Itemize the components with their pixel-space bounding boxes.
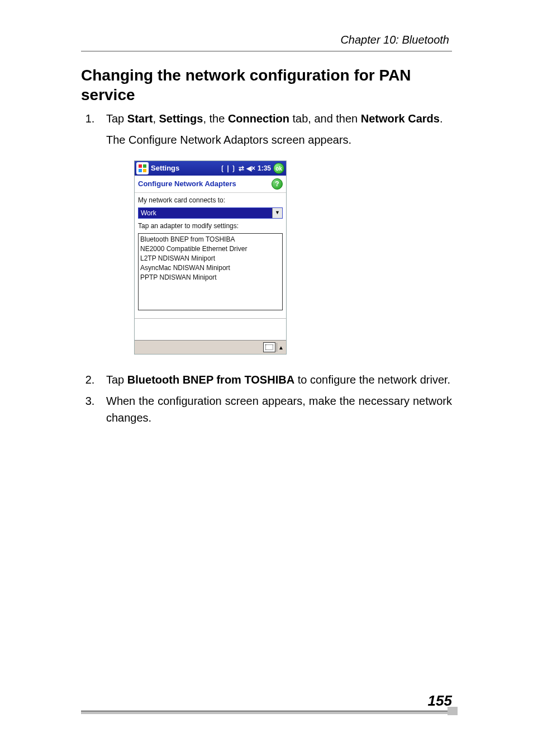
section-title: Changing the network configuration for P… <box>81 65 452 105</box>
step-2-text: Tap Bluetooth BNEP from TOSHIBA to confi… <box>106 374 450 386</box>
network-select-value: Work <box>139 208 272 218</box>
pda-titlebar: Settings ❲❘❳ ⇄ ◀× 1:35 ok <box>135 161 286 176</box>
header-rule <box>81 51 452 51</box>
network-select[interactable]: Work ▼ <box>138 207 283 219</box>
step-1: Tap Start, Settings, the Connection tab,… <box>98 110 452 355</box>
list-item[interactable]: PPTP NDISWAN Miniport <box>140 273 280 282</box>
list-item[interactable]: AsyncMac NDISWAN Miniport <box>140 263 280 273</box>
pda-title: Settings <box>151 163 179 174</box>
dropdown-arrow-icon[interactable]: ▼ <box>272 208 282 218</box>
clock-time: 1:35 <box>258 163 271 173</box>
step-3: When the configuration screen appears, m… <box>98 393 452 426</box>
footer-rule <box>81 711 452 714</box>
svg-rect-0 <box>139 164 142 168</box>
sync-icon: ⇄ <box>239 163 244 173</box>
list-item[interactable]: NE2000 Compatible Ethernet Driver <box>140 244 280 254</box>
pda-screenshot: Settings ❲❘❳ ⇄ ◀× 1:35 ok Configure Netw… <box>134 160 287 355</box>
step-1-text: Tap Start, Settings, the Connection tab,… <box>106 112 443 125</box>
keyboard-icon[interactable] <box>263 342 275 352</box>
connects-to-label: My network card connects to: <box>138 195 283 205</box>
windows-logo-icon[interactable] <box>136 162 149 174</box>
adapter-list[interactable]: Bluetooth BNEP from TOSHIBANE2000 Compat… <box>138 233 283 310</box>
svg-rect-3 <box>143 169 146 172</box>
chapter-header: Chapter 10: Bluetooth <box>81 34 452 46</box>
list-item[interactable]: Bluetooth BNEP from TOSHIBA <box>140 235 280 244</box>
tap-adapter-label: Tap an adapter to modify settings: <box>138 221 283 231</box>
step-2: Tap Bluetooth BNEP from TOSHIBA to confi… <box>98 371 452 388</box>
subbar-title: Configure Network Adapters <box>138 178 236 190</box>
step-3-text: When the configuration screen appears, m… <box>106 395 452 424</box>
help-icon[interactable]: ? <box>272 178 283 190</box>
ok-button[interactable]: ok <box>273 163 284 174</box>
speaker-icon: ◀× <box>246 163 255 173</box>
up-arrow-icon[interactable]: ▲ <box>277 343 285 352</box>
list-item[interactable]: L2TP NDISWAN Miniport <box>140 254 280 263</box>
svg-rect-2 <box>139 169 142 172</box>
page-number: 155 <box>81 692 452 710</box>
footer-decoration <box>448 707 458 715</box>
page-footer: 155 <box>81 692 452 714</box>
signal-icon: ❲❘❳ <box>220 163 236 173</box>
svg-rect-1 <box>143 164 146 168</box>
step-1-sub: The Configure Network Adaptors screen ap… <box>106 131 452 148</box>
pda-subbar: Configure Network Adapters ? <box>135 176 286 193</box>
pda-bottombar: ▲ <box>135 340 286 354</box>
